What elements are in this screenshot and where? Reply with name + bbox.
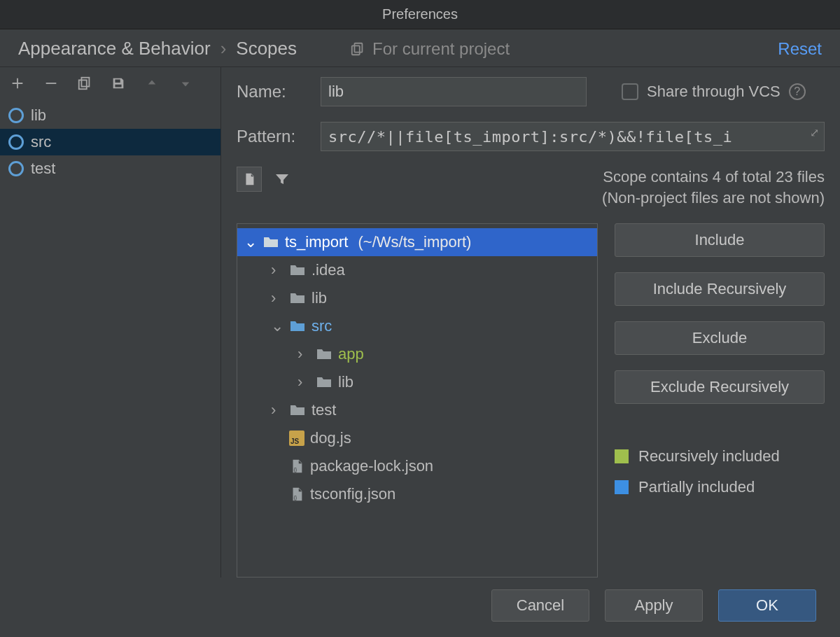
tree-root-label: ts_import — [285, 233, 348, 251]
tree-root-path: (~/Ws/ts_import) — [358, 233, 471, 251]
tree-root[interactable]: ⌄ ts_import (~/Ws/ts_import) — [237, 228, 597, 256]
copy-icon — [349, 40, 367, 58]
tree-node-label: test — [312, 401, 336, 419]
share-vcs-label: Share through VCS — [647, 83, 780, 101]
save-icon[interactable] — [109, 74, 127, 92]
tree-node-label: lib — [312, 289, 327, 307]
scope-item-lib[interactable]: lib — [0, 102, 220, 129]
svg-text:{}: {} — [293, 467, 297, 473]
exclude-recursively-button[interactable]: Exclude Recursively — [615, 370, 825, 404]
js-file-icon: JS — [289, 430, 304, 446]
scope-stats: Scope contains 4 of total 23 files (Non-… — [602, 167, 825, 208]
tree-file-label: dog.js — [310, 429, 351, 447]
chevron-right-icon: › — [271, 289, 284, 307]
scope-item-test[interactable]: test — [0, 155, 220, 182]
tree-node-label: app — [338, 345, 364, 363]
tree-node-label: .idea — [312, 261, 345, 279]
chevron-right-icon: › — [271, 261, 284, 279]
scope-item-src[interactable]: src — [0, 129, 220, 155]
scope-item-label: test — [31, 160, 55, 178]
svg-rect-4 — [79, 80, 87, 89]
legend-swatch-recursive — [615, 449, 629, 463]
copy-scope-icon[interactable] — [76, 74, 94, 92]
scope-editor-pane: Name: Share through VCS ? Pattern: ⤢ — [221, 67, 840, 578]
window-title: Preferences — [382, 6, 458, 22]
ok-button[interactable]: OK — [718, 589, 816, 622]
name-label: Name: — [237, 82, 307, 102]
apply-button[interactable]: Apply — [605, 589, 703, 622]
move-up-icon[interactable] — [143, 74, 161, 92]
tree-file-label: package-lock.json — [310, 457, 433, 475]
legend-partial-label: Partially included — [638, 478, 755, 496]
scope-action-buttons: Include Include Recursively Exclude Excl… — [615, 223, 825, 578]
chevron-right-icon: › — [298, 345, 310, 363]
scopes-left-pane: lib src test — [0, 67, 221, 578]
legend-swatch-partial — [615, 480, 629, 494]
folder-icon — [289, 403, 306, 417]
folder-icon — [289, 291, 306, 305]
scope-item-label: src — [31, 133, 51, 151]
remove-icon[interactable] — [42, 74, 60, 92]
scope-radio-icon — [8, 134, 24, 150]
add-icon[interactable] — [8, 74, 27, 92]
tree-toolbar-row: Scope contains 4 of total 23 files (Non-… — [237, 167, 825, 208]
window-titlebar: Preferences — [0, 0, 840, 29]
scope-stats-line2: (Non-project files are not shown) — [602, 188, 825, 209]
scope-name-input[interactable] — [321, 77, 587, 106]
chevron-right-icon: › — [298, 373, 310, 391]
move-down-icon[interactable] — [176, 74, 195, 92]
tree-node-idea[interactable]: › .idea — [237, 256, 597, 284]
dialog-button-bar: Cancel Apply OK — [0, 578, 840, 634]
tree-file-label: tsconfig.json — [310, 485, 396, 503]
scope-stats-line1: Scope contains 4 of total 23 files — [602, 167, 825, 188]
expand-icon[interactable]: ⤢ — [810, 126, 819, 139]
pattern-input[interactable] — [321, 122, 825, 151]
tree-node-test[interactable]: › test — [237, 396, 597, 424]
json-file-icon: {} — [289, 486, 304, 502]
reset-link[interactable]: Reset — [778, 39, 822, 59]
pattern-label: Pattern: — [237, 127, 307, 146]
scope-radio-icon — [8, 108, 24, 123]
include-button[interactable]: Include — [615, 223, 825, 257]
show-files-toggle[interactable] — [237, 167, 262, 192]
json-file-icon: {} — [289, 458, 304, 474]
chevron-right-icon: › — [220, 38, 227, 59]
chevron-right-icon: › — [271, 401, 284, 419]
scope-item-label: lib — [31, 106, 46, 125]
scope-radio-icon — [8, 161, 24, 176]
include-recursively-button[interactable]: Include Recursively — [615, 272, 825, 306]
svg-rect-1 — [352, 46, 360, 55]
chevron-down-icon: ⌄ — [244, 233, 257, 251]
help-icon[interactable]: ? — [789, 83, 806, 100]
svg-rect-3 — [81, 78, 89, 87]
tree-file-package-lock[interactable]: {} package-lock.json — [237, 452, 597, 480]
tree-node-label: src — [312, 317, 332, 335]
breadcrumb-appearance[interactable]: Appearance & Behavior — [18, 38, 211, 59]
tree-node-label: lib — [338, 373, 354, 391]
name-row: Name: Share through VCS ? — [237, 77, 825, 106]
scope-list: lib src test — [0, 101, 220, 182]
tree-node-src-lib[interactable]: › lib — [237, 368, 597, 396]
legend-recursive-label: Recursively included — [638, 447, 780, 465]
svg-rect-2 — [46, 83, 57, 84]
svg-text:{}: {} — [293, 495, 297, 501]
exclude-button[interactable]: Exclude — [615, 321, 825, 355]
for-current-project-label: For current project — [372, 39, 510, 59]
tree-file-tsconfig[interactable]: {} tsconfig.json — [237, 480, 597, 508]
tree-node-src[interactable]: ⌄ src — [237, 312, 597, 340]
pattern-row: Pattern: ⤢ — [237, 122, 825, 151]
for-current-project: For current project — [349, 39, 510, 59]
chevron-down-icon: ⌄ — [271, 317, 284, 335]
file-tree[interactable]: ⌄ ts_import (~/Ws/ts_import) › .idea › l… — [237, 223, 598, 578]
breadcrumb-row: Appearance & Behavior › Scopes For curre… — [0, 29, 840, 66]
cancel-button[interactable]: Cancel — [491, 589, 589, 622]
share-vcs-checkbox[interactable] — [622, 83, 638, 100]
tree-node-app[interactable]: › app — [237, 340, 597, 368]
tree-file-dog-js[interactable]: JS dog.js — [237, 424, 597, 452]
filter-icon[interactable] — [273, 170, 291, 188]
svg-rect-0 — [354, 43, 362, 52]
folder-icon — [289, 263, 306, 277]
breadcrumb-scopes[interactable]: Scopes — [236, 38, 297, 59]
tree-node-lib[interactable]: › lib — [237, 284, 597, 312]
legend: Recursively included Partially included — [615, 447, 825, 496]
